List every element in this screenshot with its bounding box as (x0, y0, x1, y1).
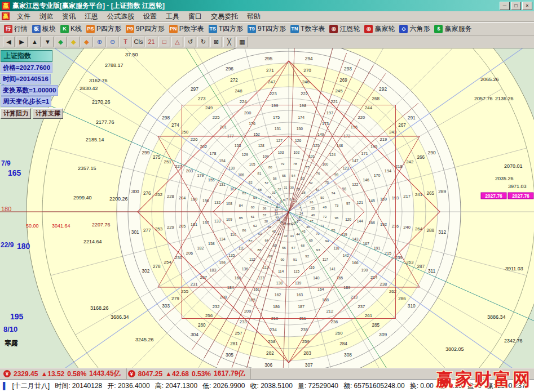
toolbar-label: T数字表 (301, 24, 325, 34)
svg-text:33: 33 (272, 191, 275, 194)
minimize-button[interactable]: ─ (500, 2, 510, 10)
sector-icon[interactable]: 板 板块 (30, 23, 58, 35)
rotate-left-icon[interactable]: ↺ (184, 37, 196, 47)
svg-text:129: 129 (242, 153, 248, 157)
cls-button[interactable]: Cls (133, 37, 144, 47)
svg-text:97: 97 (346, 202, 351, 206)
9t-square-icon[interactable]: T9 9T四方形 (245, 23, 288, 35)
kline-icon[interactable]: K K线 (58, 23, 84, 35)
zoom-out-icon[interactable]: ⊖ (107, 37, 118, 47)
parameter-field[interactable]: 周天变化步长=1 (1, 96, 51, 107)
title-bar: 赢 赢家江恩专业版[赢家服务平台] - [上证指数 江恩轮] ─ □ × (0, 0, 534, 11)
menu-item[interactable]: 工具 (161, 11, 184, 23)
svg-text:60: 60 (251, 206, 255, 209)
menu-item[interactable]: 资讯 (58, 11, 80, 23)
9p-square-icon[interactable]: P9 9P四方形 (123, 23, 167, 35)
svg-text:300: 300 (131, 189, 139, 194)
t-table-icon[interactable]: TN T数字表 (288, 23, 327, 35)
svg-text:179: 179 (197, 173, 204, 178)
next-icon[interactable]: ▶ (16, 37, 28, 47)
p-square-icon[interactable]: PS P四方形 (84, 23, 123, 35)
svg-text:114: 114 (278, 269, 284, 273)
svg-text:254: 254 (164, 260, 172, 265)
diamond-orange-icon[interactable]: ◆ (81, 37, 92, 47)
svg-text:212: 212 (326, 309, 333, 314)
maximize-button[interactable]: □ (511, 2, 521, 10)
svg-text:185: 185 (249, 298, 255, 302)
market-quote[interactable]: ¥ 8047.25 ▲42.68 0.53% 1617.79亿 (127, 368, 251, 379)
parameter-field[interactable]: 变换系数=1.00000 (1, 85, 58, 96)
svg-text:149: 149 (317, 132, 324, 136)
svg-text:24: 24 (299, 212, 303, 215)
parameter-field[interactable]: 价格=2027.7600 (1, 63, 52, 73)
rect-tool-icon[interactable]: □ (158, 37, 170, 47)
prev-icon[interactable]: ◀ (3, 37, 15, 47)
svg-text:120: 120 (345, 217, 351, 221)
svg-text:305: 305 (226, 352, 233, 358)
menu-item[interactable]: 设置 (139, 11, 161, 23)
menu-item[interactable]: 帮助 (242, 11, 265, 23)
window-title: 赢家江恩专业版[赢家服务平台] - [上证指数 江恩轮] (12, 1, 165, 11)
cross-tool-icon[interactable]: ╳ (223, 37, 235, 47)
calc-button[interactable]: 计算支撑 (33, 108, 63, 119)
diamond-green-icon[interactable]: ◆ (55, 37, 67, 47)
svg-text:2057.76: 2057.76 (474, 96, 493, 101)
toolbar-label: 六角形 (409, 24, 430, 34)
calendar-icon[interactable]: 21 (145, 37, 157, 47)
menu-item[interactable]: 浏览 (35, 11, 58, 23)
diamond-yellow-icon[interactable]: ◆ (68, 37, 80, 47)
grid-box-icon[interactable]: ⊠ (210, 37, 222, 47)
gann-wheel-canvas[interactable]: 1234567891011121314151617181920212223242… (0, 48, 534, 368)
svg-text:296: 296 (226, 66, 233, 72)
hexagon-icon[interactable]: ◇ 六角形 (397, 23, 432, 35)
instrument-title[interactable]: 上证指数 (1, 50, 52, 62)
svg-text:61: 61 (251, 215, 255, 219)
svg-text:3971.03: 3971.03 (508, 184, 527, 189)
close-button[interactable]: × (522, 2, 532, 10)
svg-text:142: 142 (343, 253, 349, 257)
calc-button[interactable]: 计算阻力 (1, 108, 31, 119)
svg-text:37: 37 (263, 213, 266, 217)
menu-item[interactable]: 交易委托 (206, 11, 242, 23)
svg-text:274: 274 (171, 123, 179, 128)
menu-item[interactable]: 公式选股 (103, 11, 139, 23)
svg-text:69: 69 (309, 239, 313, 242)
parameter-field[interactable]: 时间=20140516 (1, 74, 51, 84)
svg-text:91: 91 (293, 257, 297, 261)
select-region-icon[interactable]: ▦ (236, 37, 248, 47)
quote-icon[interactable]: 行 行情 (2, 23, 30, 35)
filter-icon[interactable]: ▼ (42, 37, 54, 47)
info-field: 量: 72529040 (298, 381, 338, 391)
winner-wheel-icon[interactable]: ◎ 赢家轮 (362, 23, 397, 35)
market-quote[interactable]: ¥ 2329.45 ▲13.52 0.58% 1443.45亿 (2, 368, 127, 379)
market-change: ▲42.68 (165, 370, 189, 378)
p-table-icon[interactable]: PN P数字表 (167, 23, 206, 35)
gann-wheel-area[interactable]: 1234567891011121314151617181920212223242… (0, 48, 534, 368)
chart-type-icon[interactable]: ▌ (3, 382, 8, 390)
svg-text:311: 311 (428, 268, 436, 274)
svg-text:174: 174 (298, 115, 304, 120)
triangle-tool-icon[interactable]: △ (171, 37, 183, 47)
menu-item[interactable]: 窗口 (184, 11, 206, 23)
svg-text:66: 66 (282, 246, 286, 250)
measure-icon[interactable]: Ŧ (120, 37, 131, 47)
t-square-icon[interactable]: TS T四方形 (206, 23, 245, 35)
svg-text:295: 295 (264, 56, 272, 61)
menu-item[interactable]: 江恩 (80, 11, 103, 23)
toolbar-icon: 行 (4, 25, 12, 33)
rotate-right-icon[interactable]: ↻ (197, 37, 209, 47)
gann-wheel-icon[interactable]: ◎ 江恩轮 (327, 23, 362, 35)
svg-text:3802.05: 3802.05 (445, 346, 464, 352)
svg-text:270: 270 (303, 68, 311, 73)
menu-item[interactable]: 文件 (12, 11, 35, 23)
zoom-in-icon[interactable]: ⊕ (94, 37, 105, 47)
svg-text:7: 7 (286, 198, 288, 201)
svg-text:285: 285 (372, 323, 380, 328)
window-controls: ─ □ × (500, 2, 532, 10)
svg-text:86: 86 (242, 228, 246, 232)
svg-text:265: 265 (427, 191, 435, 196)
service-icon[interactable]: $ 赢家服务 (432, 23, 474, 35)
info-field: 开: 2036.4000 (107, 381, 149, 391)
pointer-icon[interactable]: ▲ (29, 37, 41, 47)
svg-text:72: 72 (323, 215, 327, 219)
